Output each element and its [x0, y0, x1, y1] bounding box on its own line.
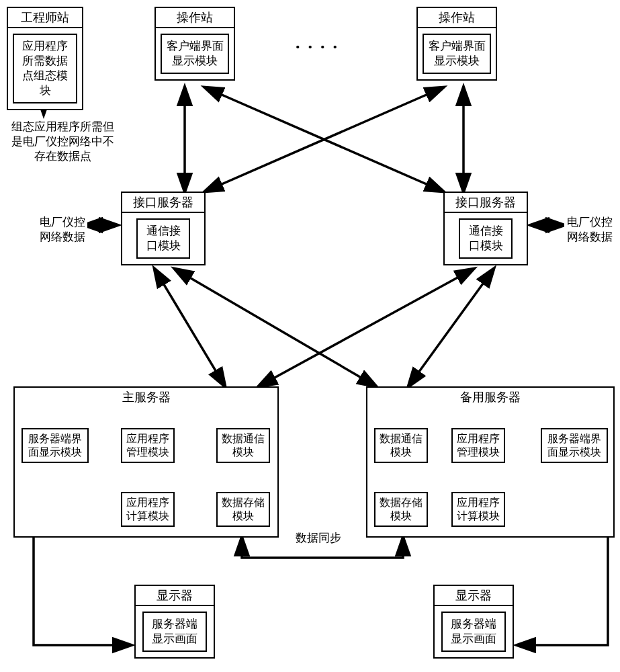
server-ui-module: 服务器端界面显示模块 [541, 428, 608, 463]
engineer-station-title: 工程师站 [8, 8, 82, 28]
app-calc-module: 应用程序计算模块 [121, 492, 175, 527]
server-display-screen: 服务器端显示画面 [142, 612, 207, 652]
connectors [0, 0, 620, 672]
backup-server: 备用服务器 数据通信模块 应用程序管理模块 服务器端界面显示模块 数据存储模块 … [366, 386, 615, 538]
svg-line-12 [259, 269, 474, 386]
interface-server-right: 接口服务器 通信接口模块 [443, 192, 528, 265]
engineer-station: 工程师站 应用程序所需数据点组态模块 [7, 7, 83, 110]
interface-server-title: 接口服务器 [122, 193, 204, 213]
data-comm-module: 数据通信模块 [374, 428, 428, 463]
data-store-module: 数据存储模块 [216, 492, 270, 527]
interface-left-annotation: 电厂仪控网络数据 [37, 215, 87, 245]
data-store-module: 数据存储模块 [374, 492, 428, 527]
op-station-title: 操作站 [418, 8, 496, 28]
svg-line-7 [205, 87, 443, 192]
engineer-annotation: 组态应用程序所需但是电厂仪控网络中不存在数据点 [10, 120, 115, 164]
svg-line-9 [154, 269, 225, 386]
display-right: 显示器 服务器端显示画面 [433, 585, 514, 659]
app-calc-module: 应用程序计算模块 [451, 492, 505, 527]
server-ui-module: 服务器端界面显示模块 [21, 428, 89, 463]
main-server: 主服务器 服务器端界面显示模块 应用程序管理模块 数据通信模块 应用程序计算模块… [13, 386, 279, 538]
interface-server-left: 接口服务器 通信接口模块 [121, 192, 206, 265]
app-mgmt-module: 应用程序管理模块 [451, 428, 505, 463]
display-left: 显示器 服务器端显示画面 [134, 585, 215, 659]
engineer-config-module: 应用程序所需数据点组态模块 [13, 34, 77, 103]
comm-interface-module: 通信接口模块 [136, 218, 190, 259]
op-station-title: 操作站 [156, 8, 234, 28]
interface-server-title: 接口服务器 [445, 193, 527, 213]
data-comm-module: 数据通信模块 [216, 428, 270, 463]
comm-interface-module: 通信接口模块 [459, 218, 513, 259]
svg-line-11 [408, 269, 494, 386]
svg-line-10 [175, 269, 376, 386]
data-sync-label: 数据同步 [296, 531, 341, 546]
op-station-left: 操作站 客户端界面显示模块 [154, 7, 235, 81]
ellipsis-dots: ···· [296, 37, 345, 57]
client-ui-module: 客户端界面显示模块 [423, 34, 491, 74]
server-display-screen: 服务器端显示画面 [441, 612, 506, 652]
backup-server-title: 备用服务器 [367, 386, 613, 408]
op-station-right: 操作站 客户端界面显示模块 [416, 7, 497, 81]
interface-right-annotation: 电厂仪控网络数据 [564, 215, 615, 245]
app-mgmt-module: 应用程序管理模块 [121, 428, 175, 463]
display-title: 显示器 [136, 586, 214, 606]
display-title: 显示器 [435, 586, 513, 606]
main-server-title: 主服务器 [15, 386, 277, 408]
svg-line-8 [205, 87, 443, 192]
client-ui-module: 客户端界面显示模块 [161, 34, 229, 74]
